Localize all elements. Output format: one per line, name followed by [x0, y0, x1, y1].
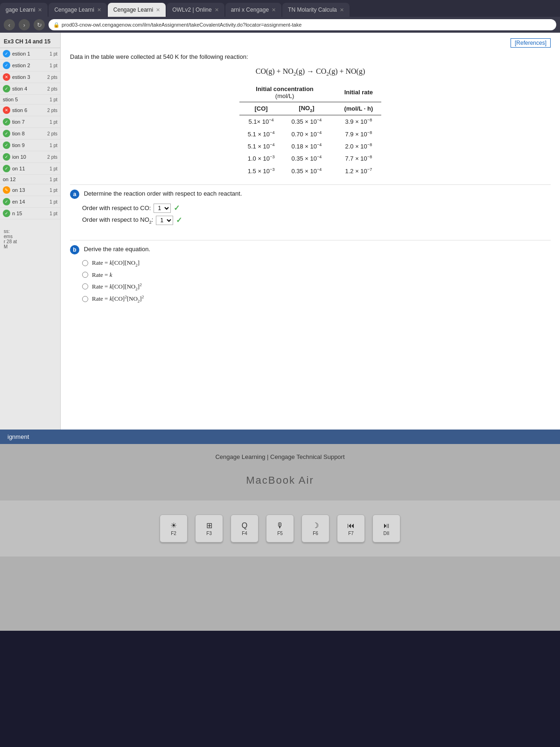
sidebar-pts-10: 2 pts: [47, 155, 57, 160]
tab-3[interactable]: Cengage Learni ✕: [108, 3, 166, 17]
sidebar-label-13: on 13: [12, 187, 48, 193]
rewind-icon: ⏮: [347, 521, 355, 530]
radio-option-4[interactable]: Rate = k[CO]2[NO2]2: [82, 295, 551, 303]
browser-chrome: gage Learni ✕ Cengage Learni ✕ Cengage L…: [0, 0, 560, 33]
macbook-label: MacBook Air: [246, 474, 314, 486]
back-button[interactable]: ‹: [4, 19, 15, 30]
tab-2[interactable]: Cengage Learni ✕: [49, 3, 106, 17]
sidebar-item-15[interactable]: ✓ n 15 1 pt: [0, 208, 60, 219]
radio-opt1[interactable]: [82, 260, 88, 266]
tab-1-label: gage Learni: [6, 7, 35, 13]
cengage-footer-content: Cengage Learning | Cengage Technical Sup…: [215, 453, 344, 460]
tab-6-close[interactable]: ✕: [340, 7, 344, 13]
table-cell-rate-4: 7.7 × 10−8: [330, 152, 381, 164]
sidebar-item-14[interactable]: ✓ en 14 1 pt: [0, 196, 60, 208]
sidebar-pts-14: 1 pt: [49, 199, 57, 204]
radio-option-1[interactable]: Rate = k[CO][NO2]: [82, 259, 551, 268]
part-a-title: a Determine the reaction order with resp…: [70, 190, 551, 199]
sidebar-item-11[interactable]: ✓ on 11 1 pt: [0, 163, 60, 175]
key-f2[interactable]: ☀ F2: [160, 514, 188, 543]
radio-opt3-label: Rate = k[CO][NO2]2: [92, 282, 142, 291]
tab-5[interactable]: arni x Cengage ✕: [225, 3, 281, 17]
sidebar-item-8[interactable]: ✓ tion 8 2 pts: [0, 128, 60, 140]
no2-order-row: Order with respect to NO2: 1 2 0 ✓: [82, 216, 551, 225]
refresh-button[interactable]: ↻: [34, 19, 45, 30]
sidebar-item-5[interactable]: stion 5 1 pt: [0, 95, 60, 105]
radio-opt4[interactable]: [82, 296, 88, 302]
part-b-text: Derive the rate equation.: [84, 246, 150, 253]
sidebar-pts-9: 1 pt: [49, 143, 57, 148]
sidebar-item-3[interactable]: ✕ estion 3 2 pts: [0, 71, 60, 83]
assignment-footer[interactable]: ignment: [0, 430, 560, 444]
references-link[interactable]: [References]: [511, 38, 551, 48]
x-icon-6: ✕: [3, 106, 10, 114]
address-bar[interactable]: 🔒 prod03-cnow-owl.cengagenow.com/ilrn/ta…: [49, 19, 556, 30]
key-f6[interactable]: ☽ F6: [301, 514, 329, 543]
sidebar-label-5: stion 5: [3, 97, 48, 102]
no2-order-dropdown[interactable]: 1 2 0: [156, 216, 173, 225]
key-f5[interactable]: 🎙 F5: [266, 514, 294, 543]
launchpad-icon: Q: [242, 521, 247, 530]
sidebar-label-2: estion 2: [12, 63, 48, 68]
tab-bar: gage Learni ✕ Cengage Learni ✕ Cengage L…: [0, 0, 560, 17]
address-bar-row: ‹ › ↻ 🔒 prod03-cnow-owl.cengagenow.com/i…: [0, 17, 560, 33]
radio-opt2[interactable]: [82, 272, 88, 278]
no2-order-label: Order with respect to NO2:: [82, 216, 153, 225]
table-cell-rate-2: 7.9 × 10−8: [330, 128, 381, 140]
table-col-co: [CO]: [239, 102, 283, 115]
part-b-label: b: [70, 245, 79, 254]
tab-3-close[interactable]: ✕: [156, 7, 160, 13]
sidebar-item-4[interactable]: ✓ stion 4 2 pts: [0, 83, 60, 95]
mission-control-icon: ⊞: [206, 521, 212, 530]
radio-opt3[interactable]: [82, 283, 88, 289]
part-b-title: b Derive the rate equation.: [70, 245, 551, 254]
key-f4[interactable]: Q F4: [231, 514, 259, 543]
co-order-dropdown[interactable]: 1 2 0: [154, 204, 171, 213]
tab-5-close[interactable]: ✕: [272, 7, 276, 13]
tab-4-close[interactable]: ✕: [215, 7, 219, 13]
sidebar-item-12[interactable]: on 12 1 pt: [0, 175, 60, 184]
sidebar-label-14: en 14: [12, 199, 48, 204]
sidebar-item-7[interactable]: ✓ tion 7 1 pt: [0, 116, 60, 128]
dnd-icon: ☽: [312, 521, 319, 530]
tab-6[interactable]: TN Molarity Calcula ✕: [282, 3, 350, 17]
tab-5-label: arni x Cengage: [231, 7, 269, 13]
sidebar-item-6[interactable]: ✕ stion 6 2 pts: [0, 105, 60, 116]
tab-2-close[interactable]: ✕: [97, 7, 101, 13]
part-a-section: a Determine the reaction order with resp…: [70, 184, 551, 233]
key-play-label: DII: [384, 531, 390, 536]
tab-4[interactable]: OWLv2 | Online ✕: [167, 3, 224, 17]
sidebar-item-13[interactable]: ✎ on 13 1 pt: [0, 184, 60, 196]
table-row: 5.1× 10−4 0.35 × 10−4 3.9 × 10−8: [239, 115, 382, 128]
key-f3[interactable]: ⊞ F3: [195, 514, 223, 543]
key-f6-label: F6: [313, 531, 318, 536]
sidebar-item-1[interactable]: ✓ estion 1 1 pt: [0, 48, 60, 60]
table-cell-no2-5: 0.35 × 10−4: [283, 165, 330, 177]
sidebar: Ex3 CH 14 and 15 ✓ estion 1 1 pt ✓ estio…: [0, 33, 61, 430]
sidebar-item-10[interactable]: ✓ ion 10 2 pts: [0, 151, 60, 163]
sidebar-item-2[interactable]: ✓ estion 2 1 pt: [0, 60, 60, 71]
tab-1-close[interactable]: ✕: [38, 7, 42, 13]
co-order-label: Order with respect to CO:: [82, 204, 151, 211]
top-bar: [References]: [70, 38, 551, 48]
question-text: Data in the table were collected at 540 …: [70, 52, 551, 62]
play-pause-icon: ⏯: [383, 521, 390, 530]
part-a-text: Determine the reaction order with respec…: [84, 190, 242, 197]
check-icon-10: ✓: [3, 153, 10, 161]
radio-option-2[interactable]: Rate = k: [82, 271, 551, 279]
radio-option-3[interactable]: Rate = k[CO][NO2]2: [82, 282, 551, 291]
forward-button[interactable]: ›: [19, 19, 30, 30]
sidebar-item-9[interactable]: ✓ tion 9 1 pt: [0, 140, 60, 151]
pencil-icon-13: ✎: [3, 186, 10, 194]
check-icon-7: ✓: [3, 118, 10, 126]
cengage-footer-text: Cengage Learning | Cengage Technical Sup…: [215, 453, 344, 460]
tab-1[interactable]: gage Learni ✕: [0, 3, 48, 17]
radio-opt2-label: Rate = k: [92, 271, 112, 279]
key-f7[interactable]: ⏮ F7: [337, 514, 365, 543]
tab-3-label: Cengage Learni: [113, 7, 153, 13]
key-play[interactable]: ⏯ DII: [372, 514, 400, 543]
below-browser: Cengage Learning | Cengage Technical Sup…: [0, 444, 560, 631]
sidebar-label-1: estion 1: [12, 51, 48, 56]
table-col-no2: [NO2]: [283, 102, 330, 115]
sidebar-footer-ss: ss:emsr 28 atM: [0, 227, 60, 251]
